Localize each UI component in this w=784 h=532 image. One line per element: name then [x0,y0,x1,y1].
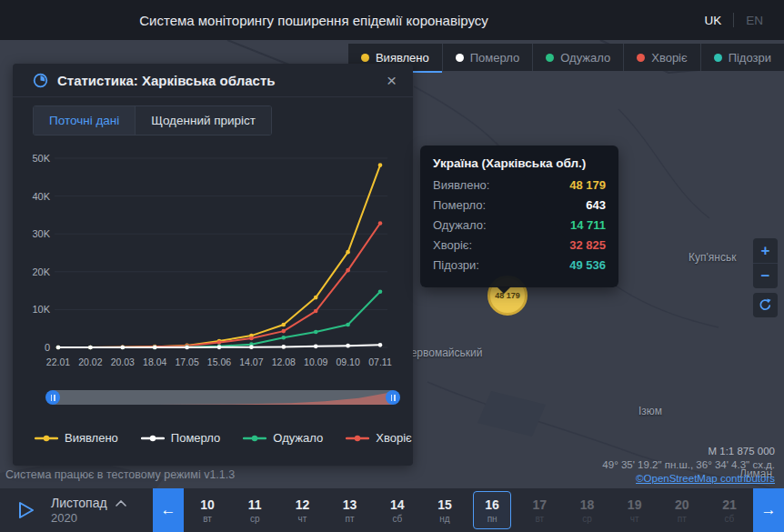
svg-text:17.05: 17.05 [175,356,198,367]
language-switcher: UK EN [692,0,775,40]
city-label: Первомайський [403,346,482,359]
pie-chart-icon [33,73,48,88]
svg-text:12.08: 12.08 [272,356,296,367]
date-range-slider[interactable] [53,387,393,407]
tooltip-row-label: Одужало: [433,218,487,232]
legend-label: Хворіє [651,51,687,65]
zoom-in-button[interactable]: + [753,238,778,264]
legend-dot-icon [546,54,554,62]
legend-dot-icon [456,54,464,62]
day-number: 19 [628,497,642,512]
tab-daily-growth[interactable]: Щоденний приріст [135,106,271,135]
slider-handle-left[interactable] [45,390,60,405]
svg-text:0: 0 [45,342,50,353]
osm-attribution-link[interactable]: ©OpenStreetMap contributors [636,473,775,484]
series-line-icon [346,435,369,442]
timeline-day-10[interactable]: 10вт [184,488,231,532]
close-icon[interactable]: × [383,70,400,91]
tooltip-row-label: Померло: [433,198,486,212]
svg-text:09.10: 09.10 [336,356,359,367]
legend-item[interactable]: Хворіє [623,44,699,71]
app-title: Система моніторингу поширення епідемії к… [139,13,488,28]
day-number: 15 [437,497,452,512]
timeline-day-16[interactable]: 16пн [468,488,516,532]
region-tooltip: Україна (Харківська обл.) Виявлено:48 17… [420,146,618,287]
day-number: 21 [722,497,737,512]
timeline-day-12[interactable]: 12чт [278,488,326,532]
chart-legend-item[interactable]: Померло [141,431,221,445]
map-coordinates: 49° 35' 19.2" пн.ш., 36° 34' 4.3" сх.д. [602,459,775,470]
legend-label: Підозри [729,51,771,65]
legend-item[interactable]: Померло [442,44,533,71]
map-refresh-button[interactable] [753,293,778,317]
chevron-up-icon [116,500,126,507]
tooltip-row-label: Хворіє: [433,238,472,252]
svg-text:22.01: 22.01 [46,356,70,367]
legend-dot-icon [637,54,645,62]
map-zoom-controls: + − [753,238,778,288]
svg-text:14.07: 14.07 [239,356,263,367]
tooltip-row-value: 49 536 [569,258,606,272]
play-button[interactable] [0,488,51,532]
svg-text:30K: 30K [32,228,50,239]
chart-legend-item[interactable]: Одужало [243,431,323,445]
chart-legend-item[interactable]: Виявлено [35,431,118,445]
timeline-day-13[interactable]: 13пт [327,488,374,532]
slider-track[interactable] [53,390,393,405]
day-weekday: вт [203,514,212,524]
date-timeline: Листопад 2020 ← 10вт11ср12чт13пт14сб15нд… [0,488,784,532]
panel-header: Статистика: Харківська область × [13,64,413,97]
tooltip-row: Виявлено:48 179 [433,178,606,192]
legend-item[interactable]: Підозри [700,44,784,71]
timeline-day-20[interactable]: 20пт [658,488,706,532]
svg-text:10.09: 10.09 [304,356,327,367]
chart-legend: ВиявленоПомерлоОдужалоХворіє [35,431,412,445]
month-label: Листопад [51,496,107,510]
legend-dot-icon [714,54,722,62]
day-weekday: нд [439,514,449,524]
timeline-prev-button[interactable]: ← [153,488,184,532]
legend-label: Виявлено [376,51,429,65]
legend-item[interactable]: Одужало [532,44,623,71]
map-legend-bar: ВиявленоПомерлоОдужалоХворієПідозри [348,44,784,71]
timeline-day-14[interactable]: 14сб [374,488,421,532]
slider-handle-right[interactable] [386,390,400,405]
timeline-day-19[interactable]: 19чт [611,488,658,532]
timeline-day-18[interactable]: 18ср [563,488,610,532]
tooltip-row: Померло:643 [433,198,606,212]
tab-current-data[interactable]: Поточні дані [34,106,135,135]
timeline-days: 10вт11ср12чт13пт14сб15нд16пн17вт18ср19чт… [184,488,753,532]
timeline-next-button[interactable]: → [753,488,784,532]
day-number: 18 [580,497,595,512]
month-selector[interactable]: Листопад 2020 [51,488,153,532]
legend-label: Померло [470,51,520,65]
lang-uk-button[interactable]: UK [692,14,733,27]
timeline-day-17[interactable]: 17вт [516,488,563,532]
statistics-chart: 010K20K30K40K50K22.0120.0220.0318.0417.0… [18,146,393,378]
day-weekday: ср [250,514,260,524]
timeline-day-11[interactable]: 11ср [231,488,278,532]
zoom-out-button[interactable]: − [753,264,778,288]
day-weekday: пт [346,514,355,524]
day-weekday: чт [630,514,639,524]
tooltip-row: Підозри:49 536 [433,258,606,272]
timeline-day-21[interactable]: 21сб [706,488,753,532]
day-weekday: ср [582,514,592,524]
chart-legend-label: Померло [171,431,221,445]
slider-minimap [53,390,393,405]
legend-label: Одужало [560,51,610,65]
lang-en-button[interactable]: EN [734,14,775,27]
svg-text:20K: 20K [32,266,50,277]
day-weekday: вт [535,514,544,524]
svg-text:07.11: 07.11 [368,356,392,367]
timeline-day-15[interactable]: 15нд [421,488,468,532]
chart-legend-item[interactable]: Хворіє [346,431,411,445]
panel-tabs: Поточні дані Щоденний приріст [33,105,272,136]
day-weekday: пт [678,514,687,524]
series-line-icon [141,435,165,442]
tooltip-title: Україна (Харківська обл.) [433,156,606,170]
statistics-panel: Статистика: Харківська область × Поточні… [13,64,413,466]
day-number: 20 [675,497,689,512]
svg-text:40K: 40K [32,191,50,202]
svg-text:18.04: 18.04 [143,356,166,367]
